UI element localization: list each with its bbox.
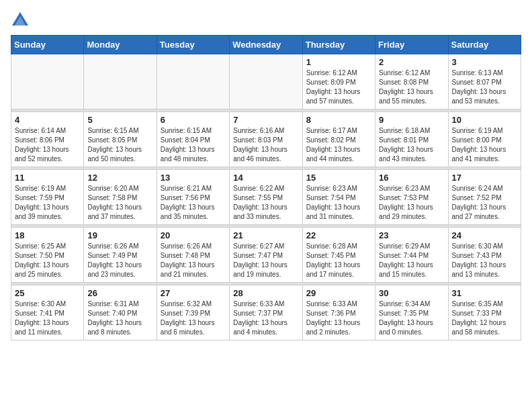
calendar-day-11: 11Sunrise: 6:19 AMSunset: 7:59 PMDayligh… [11,170,84,225]
day-number: 7 [233,115,298,125]
weekday-header-saturday: Saturday [448,36,521,54]
calendar: SundayMondayTuesdayWednesdayThursdayFrid… [11,35,521,340]
calendar-day-26: 26Sunrise: 6:31 AMSunset: 7:40 PMDayligh… [84,285,157,340]
day-info: Sunrise: 6:24 AMSunset: 7:52 PMDaylight:… [452,184,517,222]
day-number: 11 [15,173,80,183]
day-number: 27 [161,288,226,298]
day-info: Sunrise: 6:12 AMSunset: 8:08 PMDaylight:… [379,68,444,106]
day-info: Sunrise: 6:35 AMSunset: 7:33 PMDaylight:… [452,300,517,337]
day-info: Sunrise: 6:31 AMSunset: 7:40 PMDaylight:… [87,300,152,337]
day-number: 16 [379,173,444,183]
calendar-day-20: 20Sunrise: 6:26 AMSunset: 7:48 PMDayligh… [157,228,229,283]
calendar-day-2: 2Sunrise: 6:12 AMSunset: 8:08 PMDaylight… [375,54,448,109]
calendar-day-21: 21Sunrise: 6:27 AMSunset: 7:47 PMDayligh… [230,228,302,283]
day-info: Sunrise: 6:33 AMSunset: 7:36 PMDaylight:… [306,300,371,337]
calendar-day-7: 7Sunrise: 6:16 AMSunset: 8:03 PMDaylight… [230,112,302,167]
day-info: Sunrise: 6:25 AMSunset: 7:50 PMDaylight:… [15,242,80,279]
calendar-day-18: 18Sunrise: 6:25 AMSunset: 7:50 PMDayligh… [11,228,84,283]
calendar-day-14: 14Sunrise: 6:22 AMSunset: 7:55 PMDayligh… [230,170,302,225]
calendar-empty [157,54,229,109]
day-number: 20 [161,230,226,240]
calendar-day-29: 29Sunrise: 6:33 AMSunset: 7:36 PMDayligh… [302,285,375,340]
weekday-header-friday: Friday [375,36,448,54]
day-number: 29 [306,288,371,298]
weekday-header-wednesday: Wednesday [230,36,302,54]
day-number: 14 [233,173,298,183]
day-number: 17 [452,173,517,183]
logo-icon [11,11,30,30]
calendar-day-16: 16Sunrise: 6:23 AMSunset: 7:53 PMDayligh… [375,170,448,225]
calendar-empty [84,54,157,109]
day-info: Sunrise: 6:15 AMSunset: 8:04 PMDaylight:… [161,126,226,164]
calendar-day-31: 31Sunrise: 6:35 AMSunset: 7:33 PMDayligh… [448,285,521,340]
day-number: 23 [379,230,444,240]
day-number: 31 [452,288,517,298]
day-info: Sunrise: 6:19 AMSunset: 8:00 PMDaylight:… [452,126,517,164]
day-number: 13 [161,173,226,183]
calendar-day-6: 6Sunrise: 6:15 AMSunset: 8:04 PMDaylight… [157,112,229,167]
day-info: Sunrise: 6:23 AMSunset: 7:54 PMDaylight:… [306,184,371,222]
day-number: 26 [87,288,152,298]
calendar-day-15: 15Sunrise: 6:23 AMSunset: 7:54 PMDayligh… [302,170,375,225]
weekday-header-tuesday: Tuesday [157,36,229,54]
calendar-day-27: 27Sunrise: 6:32 AMSunset: 7:39 PMDayligh… [157,285,229,340]
day-info: Sunrise: 6:34 AMSunset: 7:35 PMDaylight:… [379,300,444,337]
day-number: 21 [233,230,298,240]
calendar-week-1: 1Sunrise: 6:12 AMSunset: 8:09 PMDaylight… [11,54,521,109]
day-info: Sunrise: 6:29 AMSunset: 7:44 PMDaylight:… [379,242,444,279]
weekday-header-monday: Monday [84,36,157,54]
day-info: Sunrise: 6:12 AMSunset: 8:09 PMDaylight:… [306,68,371,106]
calendar-week-3: 11Sunrise: 6:19 AMSunset: 7:59 PMDayligh… [11,170,521,225]
calendar-day-28: 28Sunrise: 6:33 AMSunset: 7:37 PMDayligh… [230,285,302,340]
day-number: 28 [233,288,298,298]
day-info: Sunrise: 6:20 AMSunset: 7:58 PMDaylight:… [87,184,152,222]
day-info: Sunrise: 6:30 AMSunset: 7:43 PMDaylight:… [452,242,517,279]
day-number: 30 [379,288,444,298]
day-info: Sunrise: 6:19 AMSunset: 7:59 PMDaylight:… [15,184,80,222]
calendar-day-23: 23Sunrise: 6:29 AMSunset: 7:44 PMDayligh… [375,228,448,283]
weekday-header-sunday: Sunday [11,36,84,54]
calendar-day-17: 17Sunrise: 6:24 AMSunset: 7:52 PMDayligh… [448,170,521,225]
day-info: Sunrise: 6:22 AMSunset: 7:55 PMDaylight:… [233,184,298,222]
day-number: 6 [161,115,226,125]
calendar-day-5: 5Sunrise: 6:15 AMSunset: 8:05 PMDaylight… [84,112,157,167]
day-info: Sunrise: 6:32 AMSunset: 7:39 PMDaylight:… [161,300,226,337]
calendar-day-1: 1Sunrise: 6:12 AMSunset: 8:09 PMDaylight… [302,54,375,109]
calendar-day-8: 8Sunrise: 6:17 AMSunset: 8:02 PMDaylight… [302,112,375,167]
day-info: Sunrise: 6:15 AMSunset: 8:05 PMDaylight:… [87,126,152,164]
calendar-day-4: 4Sunrise: 6:14 AMSunset: 8:06 PMDaylight… [11,112,84,167]
day-number: 19 [87,230,152,240]
day-number: 4 [15,115,80,125]
day-info: Sunrise: 6:21 AMSunset: 7:56 PMDaylight:… [161,184,226,222]
calendar-day-22: 22Sunrise: 6:28 AMSunset: 7:45 PMDayligh… [302,228,375,283]
day-info: Sunrise: 6:27 AMSunset: 7:47 PMDaylight:… [233,242,298,279]
day-number: 24 [452,230,517,240]
day-number: 5 [87,115,152,125]
day-number: 22 [306,230,371,240]
day-info: Sunrise: 6:33 AMSunset: 7:37 PMDaylight:… [233,300,298,337]
day-info: Sunrise: 6:26 AMSunset: 7:48 PMDaylight:… [161,242,226,279]
day-info: Sunrise: 6:17 AMSunset: 8:02 PMDaylight:… [306,126,371,164]
calendar-day-24: 24Sunrise: 6:30 AMSunset: 7:43 PMDayligh… [448,228,521,283]
day-info: Sunrise: 6:14 AMSunset: 8:06 PMDaylight:… [15,126,80,164]
day-number: 12 [87,173,152,183]
day-info: Sunrise: 6:30 AMSunset: 7:41 PMDaylight:… [15,300,80,337]
page-header [11,11,521,30]
logo [11,11,32,30]
day-info: Sunrise: 6:16 AMSunset: 8:03 PMDaylight:… [233,126,298,164]
calendar-day-25: 25Sunrise: 6:30 AMSunset: 7:41 PMDayligh… [11,285,84,340]
weekday-header-thursday: Thursday [302,36,375,54]
calendar-day-3: 3Sunrise: 6:13 AMSunset: 8:07 PMDaylight… [448,54,521,109]
day-info: Sunrise: 6:28 AMSunset: 7:45 PMDaylight:… [306,242,371,279]
day-number: 25 [15,288,80,298]
calendar-day-10: 10Sunrise: 6:19 AMSunset: 8:00 PMDayligh… [448,112,521,167]
day-number: 1 [306,57,371,67]
day-info: Sunrise: 6:26 AMSunset: 7:49 PMDaylight:… [87,242,152,279]
day-info: Sunrise: 6:18 AMSunset: 8:01 PMDaylight:… [379,126,444,164]
calendar-empty [230,54,302,109]
day-number: 8 [306,115,371,125]
day-info: Sunrise: 6:23 AMSunset: 7:53 PMDaylight:… [379,184,444,222]
day-number: 2 [379,57,444,67]
calendar-day-30: 30Sunrise: 6:34 AMSunset: 7:35 PMDayligh… [375,285,448,340]
calendar-week-5: 25Sunrise: 6:30 AMSunset: 7:41 PMDayligh… [11,285,521,340]
